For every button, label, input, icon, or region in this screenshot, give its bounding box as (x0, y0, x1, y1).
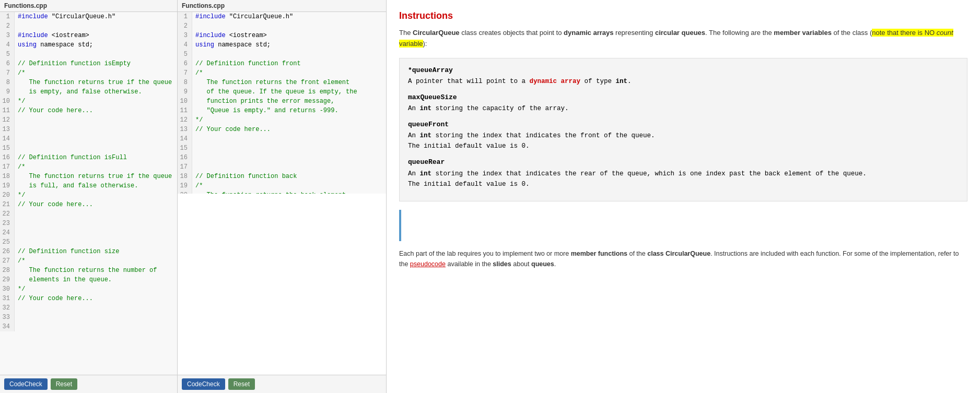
line-content[interactable] (15, 219, 18, 228)
line-content[interactable]: function prints the error message, (192, 97, 334, 106)
line-content[interactable] (192, 162, 195, 172)
line-content[interactable]: is full, and false otherwise. (15, 181, 138, 190)
line-content[interactable]: The function returns true if the queue (15, 78, 172, 87)
member-queueArray: *queueArray A pointer that will point to… (408, 65, 959, 87)
line-number: 2 (0, 21, 15, 31)
line-content[interactable]: The function returns the front element (192, 78, 349, 87)
code-line: 17/* (0, 162, 177, 172)
line-content[interactable]: // Definition function isFull (15, 153, 127, 162)
line-content[interactable]: using namespace std; (192, 40, 271, 50)
line-number: 6 (178, 59, 192, 68)
line-content[interactable] (15, 209, 18, 219)
line-content[interactable]: #include <iostream> (15, 31, 89, 40)
line-content[interactable]: /* (15, 162, 25, 172)
pseudocode-link[interactable]: pseudocode (410, 260, 446, 268)
line-content[interactable] (15, 303, 18, 313)
int-kw4: int (420, 170, 432, 177)
line-number: 1 (178, 12, 192, 21)
line-content[interactable]: /* (15, 68, 25, 78)
line-content[interactable]: #include "CircularQueue.h" (192, 12, 293, 21)
line-content[interactable]: */ (15, 284, 25, 294)
line-number: 3 (0, 31, 15, 40)
blue-accent-bar (399, 210, 401, 241)
code-line: 24 (0, 228, 177, 237)
line-content[interactable]: #include <iostream> (192, 31, 267, 40)
line-number: 8 (178, 78, 192, 87)
line-content[interactable]: of the queue. If the queue is empty, the (192, 87, 357, 97)
slides-bold: slides (493, 260, 511, 268)
code-line: 29 elements in the queue. (0, 275, 177, 284)
left-reset-button[interactable]: Reset (51, 378, 77, 390)
line-content[interactable]: // Your code here... (15, 106, 93, 115)
line-content[interactable] (192, 21, 195, 31)
line-content[interactable] (192, 134, 195, 144)
line-content[interactable]: #include "CircularQueue.h" (15, 12, 115, 21)
line-content[interactable] (15, 313, 18, 322)
line-number: 25 (0, 237, 15, 247)
line-number: 12 (178, 115, 192, 125)
code-line: 15 (178, 144, 386, 153)
line-content[interactable] (15, 50, 18, 59)
member-desc-queueFront: An int storing the index that indicates … (408, 130, 959, 151)
line-content[interactable] (15, 21, 18, 31)
line-content[interactable]: */ (15, 190, 25, 200)
code-line: 10*/ (0, 97, 177, 106)
middle-codecheck-button[interactable]: CodeCheck (182, 378, 225, 390)
line-content[interactable] (15, 237, 18, 247)
line-content[interactable]: */ (15, 97, 25, 106)
line-content[interactable] (192, 144, 195, 153)
line-content[interactable]: // Your code here... (192, 125, 271, 134)
line-content[interactable]: elements in the queue. (15, 275, 112, 284)
line-content[interactable]: "Queue is empty." and returns -999. (192, 106, 339, 115)
code-line: 7/* (0, 68, 177, 78)
line-number: 22 (0, 209, 15, 219)
line-content[interactable]: The function returns true if the queue (15, 172, 172, 181)
line-number: 4 (0, 40, 15, 50)
code-line: 2 (0, 21, 177, 31)
line-content[interactable]: The function returns the number of (15, 266, 157, 275)
line-content[interactable]: /* (192, 181, 203, 190)
line-content[interactable]: is empty, and false otherwise. (15, 87, 142, 97)
code-line: 23 (0, 219, 177, 228)
right-panel: Instructions The CircularQueue class cre… (387, 0, 980, 393)
line-content[interactable]: using namespace std; (15, 40, 93, 50)
line-content[interactable]: // Your code here... (15, 294, 93, 303)
line-content[interactable] (15, 125, 18, 134)
blue-bar-section (399, 210, 967, 241)
line-number: 10 (0, 97, 15, 106)
line-content[interactable]: // Definition function isEmpty (15, 59, 131, 68)
code-line: 17 (178, 162, 386, 172)
line-content[interactable] (15, 228, 18, 237)
code-line: 7/* (178, 68, 386, 78)
line-content[interactable] (192, 153, 195, 162)
line-content[interactable] (15, 144, 18, 153)
code-line: 10 function prints the error message, (178, 97, 386, 106)
line-content[interactable]: /* (192, 68, 203, 78)
code-line: 4using namespace std; (178, 40, 386, 50)
circular-queues-text: circular queues (655, 29, 705, 37)
line-content[interactable]: // Definition function size (15, 247, 119, 256)
line-number: 26 (0, 247, 15, 256)
code-line: 3#include <iostream> (178, 31, 386, 40)
line-content[interactable]: // Your code here... (15, 200, 93, 209)
line-content[interactable] (192, 50, 195, 59)
left-codecheck-button[interactable]: CodeCheck (4, 378, 48, 390)
line-number: 15 (178, 144, 192, 153)
code-line: 6// Definition function isEmpty (0, 59, 177, 68)
left-panel-title: Functions.cpp (0, 0, 177, 12)
line-content[interactable]: */ (192, 115, 203, 125)
line-number: 11 (178, 106, 192, 115)
code-line: 6// Definition function front (178, 59, 386, 68)
line-content[interactable]: /* (15, 256, 25, 266)
member-variables-text: member variables (774, 29, 832, 37)
line-content[interactable]: // Definition function back (192, 172, 297, 181)
line-number: 4 (178, 40, 192, 50)
line-content[interactable] (15, 134, 18, 144)
line-content[interactable] (15, 322, 18, 331)
middle-reset-button[interactable]: Reset (228, 378, 255, 390)
line-content[interactable]: // Definition function front (192, 59, 301, 68)
class-name: CircularQueue (413, 29, 460, 37)
line-number: 5 (0, 50, 15, 59)
line-content[interactable] (15, 115, 18, 125)
code-line: 5 (178, 50, 386, 59)
